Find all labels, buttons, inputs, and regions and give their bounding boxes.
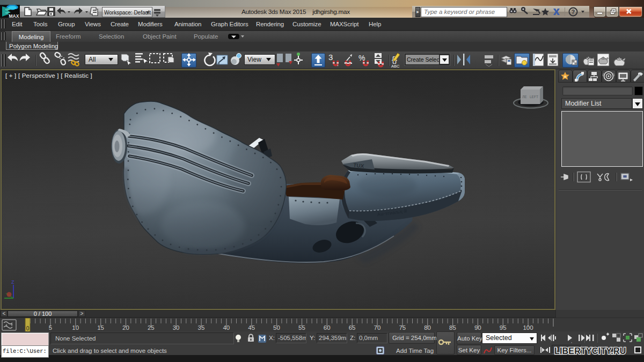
- svg-text:35: 35: [198, 324, 205, 331]
- svg-text:30: 30: [173, 324, 180, 331]
- svg-text:50: 50: [273, 324, 280, 331]
- svg-text:ЛE: ЛE: [522, 95, 527, 99]
- svg-text:80: 80: [424, 324, 431, 331]
- svg-text:3: 3: [328, 53, 333, 62]
- svg-text:ABC: ABC: [391, 64, 400, 69]
- svg-text:65: 65: [349, 324, 356, 331]
- svg-text:20: 20: [122, 324, 129, 331]
- svg-text:,: ,: [571, 339, 572, 343]
- svg-text:15: 15: [97, 324, 104, 331]
- svg-text:,: ,: [337, 61, 339, 67]
- svg-text:0: 0: [26, 326, 30, 331]
- svg-text:60: 60: [324, 324, 331, 331]
- svg-text:45: 45: [248, 324, 255, 331]
- svg-text:LIBERTYCITY.RU: LIBERTYCITY.RU: [554, 346, 626, 356]
- svg-text:Z: Z: [11, 279, 14, 285]
- svg-text:90: 90: [474, 324, 481, 331]
- svg-text:100: 100: [523, 324, 533, 331]
- svg-text:LEFT: LEFT: [530, 95, 538, 99]
- svg-text:70: 70: [374, 324, 381, 331]
- svg-text:85: 85: [449, 324, 456, 331]
- svg-text:25: 25: [148, 324, 155, 331]
- svg-text:40: 40: [223, 324, 230, 331]
- svg-text:5: 5: [49, 324, 52, 331]
- svg-text:55: 55: [298, 324, 305, 331]
- svg-text:95: 95: [500, 324, 507, 331]
- svg-text:75: 75: [399, 324, 406, 331]
- svg-text:10: 10: [72, 324, 79, 331]
